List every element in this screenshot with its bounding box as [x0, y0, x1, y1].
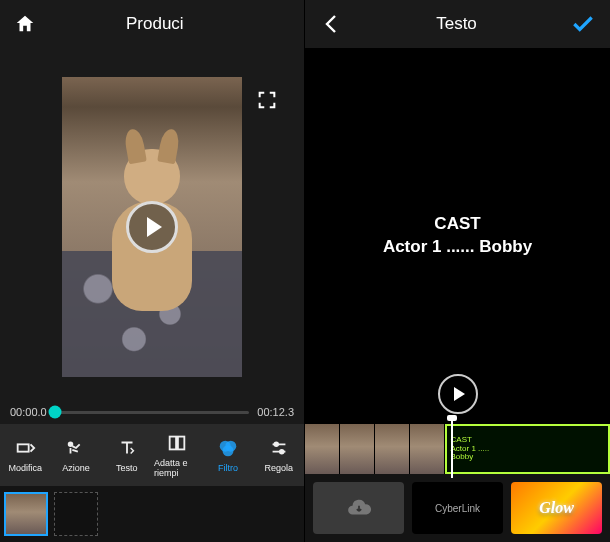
cast-text-block[interactable]: CAST Actor 1 ...... Bobby [383, 213, 532, 259]
text-canvas[interactable]: CAST Actor 1 ...... Bobby [305, 48, 610, 424]
video-clip[interactable] [305, 424, 445, 474]
cast-line-2: Actor 1 ...... Bobby [383, 236, 532, 259]
timeline-slider[interactable]: 00:00.0 00:12.3 [0, 400, 304, 424]
svg-point-6 [223, 445, 234, 456]
tool-filtro[interactable]: Filtro [203, 424, 254, 486]
tool-regola[interactable]: Regola [253, 424, 304, 486]
timeline-clips[interactable]: CAST Actor 1 ..... Bobby [305, 424, 610, 474]
tool-label: Filtro [218, 463, 238, 473]
confirm-icon[interactable] [570, 11, 596, 37]
svg-point-8 [280, 450, 284, 454]
text-style-presets: CyberLink Glow [305, 474, 610, 542]
tool-label: Modifica [9, 463, 43, 473]
text-clip[interactable]: CAST Actor 1 ..... Bobby [445, 424, 610, 474]
time-current: 00:00.0 [10, 406, 47, 418]
home-icon[interactable] [14, 13, 36, 35]
svg-rect-2 [170, 437, 176, 450]
page-title-left: Produci [126, 14, 184, 34]
playhead[interactable] [451, 420, 453, 478]
tool-testo[interactable]: Testo [101, 424, 152, 486]
cast-line-1: CAST [383, 213, 532, 236]
tool-strip: Modifica Azione Testo Adatta e riempi Fi… [0, 424, 304, 486]
tool-adatta[interactable]: Adatta e riempi [152, 424, 203, 486]
clip-thumbnails [0, 486, 304, 542]
video-preview[interactable] [62, 77, 242, 377]
play-button[interactable] [126, 201, 178, 253]
preset-label: Glow [539, 499, 574, 517]
preset-glow[interactable]: Glow [511, 482, 602, 534]
tool-label: Azione [62, 463, 90, 473]
svg-point-7 [274, 443, 278, 447]
preset-label: CyberLink [435, 503, 480, 514]
tool-modifica[interactable]: Modifica [0, 424, 51, 486]
clip-thumb-1[interactable] [4, 492, 48, 536]
back-icon[interactable] [319, 12, 343, 36]
svg-rect-3 [178, 437, 184, 450]
svg-rect-0 [18, 444, 29, 451]
time-total: 00:12.3 [257, 406, 294, 418]
text-clip-l2: Actor 1 ..... [451, 445, 604, 454]
preset-download[interactable] [313, 482, 404, 534]
play-button-small[interactable] [438, 374, 478, 414]
page-title-right: Testo [436, 14, 477, 34]
fullscreen-icon[interactable] [256, 89, 278, 111]
tool-label: Regola [264, 463, 293, 473]
tool-azione[interactable]: Azione [51, 424, 102, 486]
text-clip-l3: Bobby [451, 453, 604, 462]
preset-cyberlink[interactable]: CyberLink [412, 482, 503, 534]
clip-thumb-empty[interactable] [54, 492, 98, 536]
tool-label: Adatta e riempi [154, 458, 201, 478]
svg-point-1 [69, 443, 73, 447]
tool-label: Testo [116, 463, 138, 473]
